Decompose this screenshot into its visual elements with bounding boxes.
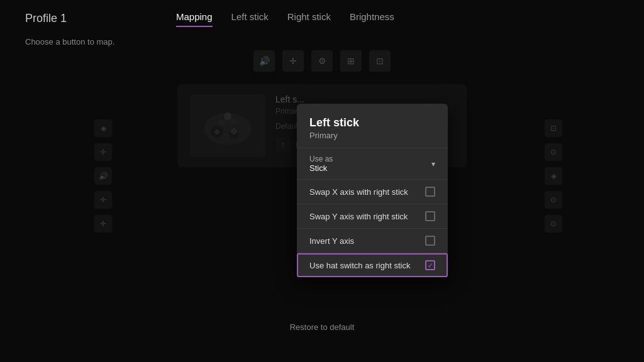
tab-left-stick[interactable]: Left stick xyxy=(231,11,269,26)
main-area: 🔊 ✛ ⚙ ⊞ ⊡ xyxy=(0,44,644,362)
use-as-value: Stick xyxy=(309,163,333,173)
option-swap-x-label: Swap X axis with right stick xyxy=(309,187,408,197)
app-header: Profile 1 Mapping Left stick Right stick… xyxy=(0,0,644,26)
modal-use-as-section[interactable]: Use as Stick ▾ xyxy=(297,148,448,180)
option-swap-x[interactable]: Swap X axis with right stick xyxy=(297,180,448,204)
option-hat-switch[interactable]: Use hat switch as right stick xyxy=(297,253,448,277)
use-as-group: Use as Stick xyxy=(309,155,333,173)
option-invert-y[interactable]: Invert Y axis xyxy=(297,229,448,253)
option-swap-y[interactable]: Swap Y axis with right stick xyxy=(297,204,448,229)
checkbox-hat-switch[interactable] xyxy=(425,260,435,270)
chevron-down-icon: ▾ xyxy=(431,160,435,168)
left-stick-modal: Left stick Primary Use as Stick ▾ Swap X… xyxy=(297,104,448,277)
modal-title: Left stick xyxy=(309,116,435,129)
option-hat-switch-label: Use hat switch as right stick xyxy=(309,261,410,270)
modal-overlay: Left stick Primary Use as Stick ▾ Swap X… xyxy=(0,44,644,362)
option-swap-y-label: Swap Y axis with right stick xyxy=(309,212,408,221)
modal-use-as-row: Use as Stick ▾ xyxy=(309,155,435,173)
modal-subtitle: Primary xyxy=(309,131,435,140)
tab-brightness[interactable]: Brightness xyxy=(350,11,394,26)
nav-tabs: Mapping Left stick Right stick Brightnes… xyxy=(176,11,394,26)
profile-title: Profile 1 xyxy=(25,12,75,25)
tab-mapping[interactable]: Mapping xyxy=(176,11,213,26)
checkbox-swap-y[interactable] xyxy=(425,211,435,221)
checkbox-swap-x[interactable] xyxy=(425,187,435,197)
checkbox-invert-y[interactable] xyxy=(425,236,435,246)
option-invert-y-label: Invert Y axis xyxy=(309,236,354,246)
modal-header: Left stick Primary xyxy=(297,116,448,148)
use-as-label: Use as xyxy=(309,155,333,163)
restore-btn-area: Restore to default xyxy=(0,317,644,337)
restore-default-button[interactable]: Restore to default xyxy=(275,317,370,337)
tab-right-stick[interactable]: Right stick xyxy=(287,11,331,26)
